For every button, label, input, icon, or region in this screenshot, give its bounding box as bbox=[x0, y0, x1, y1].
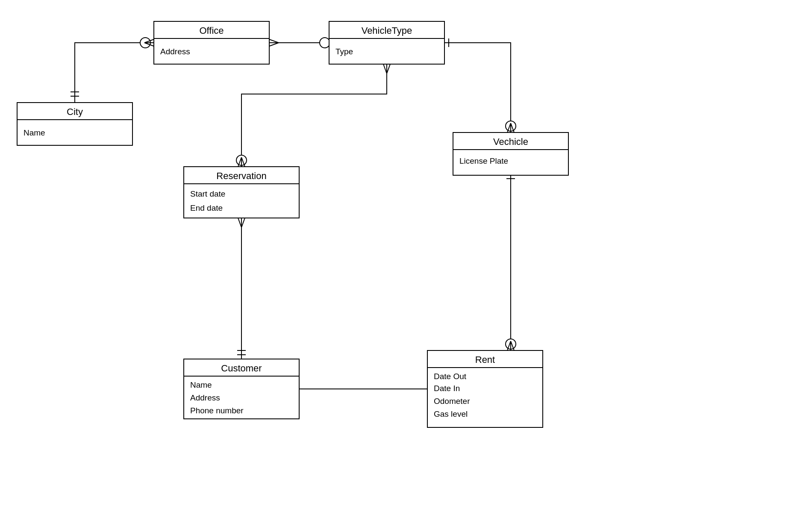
vehicle-attr-licenseplate: License Plate bbox=[459, 156, 508, 165]
svg-line-8 bbox=[269, 43, 279, 46]
reservation-attr-startdate: Start date bbox=[190, 189, 225, 198]
vehicletype-reservation-connector bbox=[236, 64, 390, 167]
reservation-entity: Reservation Start date End date bbox=[184, 167, 299, 218]
rent-attr-odometer: Odometer bbox=[434, 397, 470, 406]
vehicle-entity: Vechicle License Plate bbox=[453, 132, 568, 175]
office-attr-address: Address bbox=[160, 47, 190, 56]
city-entity: City Name bbox=[17, 103, 132, 145]
rent-entity: Rent Date Out Date In Odometer Gas level bbox=[427, 350, 543, 427]
customer-entity: Customer Name Address Phone number bbox=[184, 359, 299, 419]
customer-attr-name: Name bbox=[190, 380, 212, 389]
svg-point-10 bbox=[320, 38, 330, 48]
city-name: City bbox=[67, 106, 83, 117]
svg-line-7 bbox=[269, 39, 279, 43]
office-name: Office bbox=[199, 25, 224, 36]
rent-attr-datein: Date In bbox=[434, 384, 460, 393]
customer-rent-connector bbox=[290, 384, 438, 394]
reservation-name: Reservation bbox=[216, 171, 266, 181]
customer-attr-address: Address bbox=[190, 393, 220, 402]
vehicle-name: Vechicle bbox=[493, 136, 528, 147]
reservation-attr-enddate: End date bbox=[190, 203, 223, 212]
rent-attr-dateout: Date Out bbox=[434, 372, 467, 381]
vehicletype-vehicle-connector bbox=[444, 38, 516, 132]
svg-line-20 bbox=[387, 64, 390, 74]
vehicletype-name: VehicleType bbox=[362, 25, 412, 36]
customer-attr-phone: Phone number bbox=[190, 406, 244, 415]
office-entity: Office Address bbox=[154, 21, 269, 64]
svg-line-27 bbox=[238, 218, 241, 227]
vehicletype-attr-type: Type bbox=[335, 47, 353, 56]
customer-name: Customer bbox=[221, 363, 262, 374]
rent-name: Rent bbox=[475, 354, 495, 365]
city-attr-name: Name bbox=[24, 128, 45, 137]
svg-line-19 bbox=[383, 64, 387, 74]
svg-line-28 bbox=[241, 218, 245, 227]
vehicle-rent-connector bbox=[506, 174, 516, 350]
reservation-customer-connector bbox=[237, 218, 246, 359]
rent-attr-gaslevel: Gas level bbox=[434, 409, 468, 418]
office-vehicletype-connector bbox=[269, 38, 333, 48]
vehicletype-entity: VehicleType Type bbox=[329, 21, 444, 64]
city-office-connector bbox=[71, 38, 154, 103]
